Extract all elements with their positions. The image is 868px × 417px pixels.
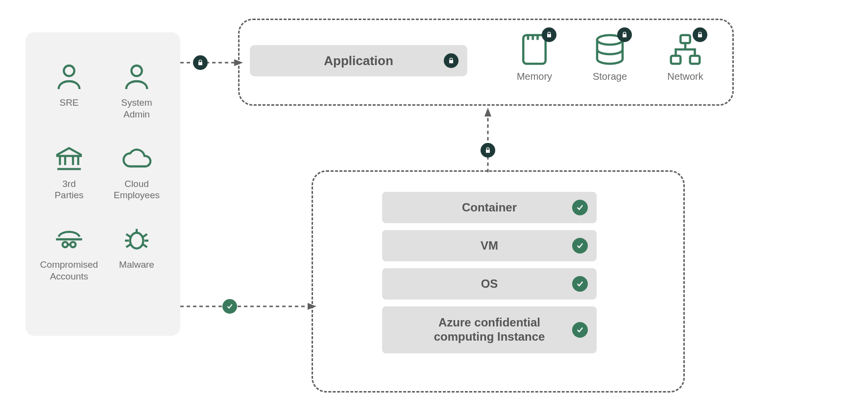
threat-cloud-employees: Cloud Employees (104, 143, 169, 202)
threat-label: SRE (59, 97, 78, 109)
svg-point-1 (131, 66, 142, 76)
svg-rect-5 (523, 35, 546, 64)
check-icon (572, 276, 588, 292)
lock-icon (444, 53, 458, 68)
threat-malware: Malware (104, 224, 169, 282)
network-label: Network (667, 71, 703, 82)
application-label: Application (324, 53, 393, 69)
arrow-stack-to-app (482, 107, 494, 172)
svg-point-0 (64, 66, 74, 76)
threat-label: Malware (119, 259, 154, 271)
lock-icon (617, 27, 632, 42)
storage-resource: Storage (591, 30, 629, 82)
check-icon (572, 322, 588, 338)
threat-label: Compromised Accounts (40, 259, 98, 282)
threat-sre: SRE (36, 62, 102, 120)
threats-panel: SRE System Admin 3rd Parties Cloud Emplo… (25, 32, 180, 336)
check-icon (222, 299, 237, 314)
cloud-icon (121, 143, 152, 174)
threat-label: Cloud Employees (114, 178, 160, 202)
svg-rect-7 (680, 35, 690, 43)
stack-vm: VM (382, 230, 597, 261)
bank-icon (53, 143, 85, 174)
threat-sysadmin: System Admin (104, 62, 169, 120)
threat-label: 3rd Parties (54, 178, 83, 202)
svg-point-2 (63, 242, 68, 247)
stack-label: Container (462, 201, 517, 215)
arrow-threats-to-stack (180, 301, 317, 312)
spy-icon (53, 224, 85, 255)
svg-point-4 (130, 233, 144, 249)
lock-icon (481, 143, 495, 158)
stack-container: Container (382, 192, 597, 223)
arrow-threats-to-app (180, 57, 244, 69)
stack-os: OS (382, 268, 597, 300)
threat-label: System Admin (121, 97, 152, 120)
stack-label: Azure confidential computing Instance (416, 316, 562, 344)
threat-third-parties: 3rd Parties (36, 143, 102, 202)
stack-label: OS (481, 277, 498, 291)
memory-label: Memory (517, 71, 552, 82)
application-pill: Application (250, 45, 467, 76)
lock-icon (542, 27, 556, 42)
person-icon (53, 62, 85, 93)
storage-label: Storage (593, 71, 627, 82)
network-resource: Network (666, 30, 704, 82)
check-icon (572, 238, 588, 254)
svg-point-3 (71, 242, 76, 247)
stack-instance: Azure confidential computing Instance (382, 306, 597, 353)
lock-icon (693, 27, 707, 42)
memory-resource: Memory (515, 30, 554, 82)
svg-marker-15 (484, 108, 491, 116)
stack-label: VM (481, 239, 498, 253)
lock-icon (193, 55, 208, 70)
bug-icon (121, 224, 152, 255)
svg-rect-9 (690, 56, 700, 64)
compute-stack: Container VM OS Azure confidential compu… (382, 192, 597, 353)
person-icon (121, 62, 152, 93)
svg-rect-8 (671, 56, 681, 64)
threat-compromised-accounts: Compromised Accounts (36, 224, 102, 282)
check-icon (572, 200, 588, 215)
